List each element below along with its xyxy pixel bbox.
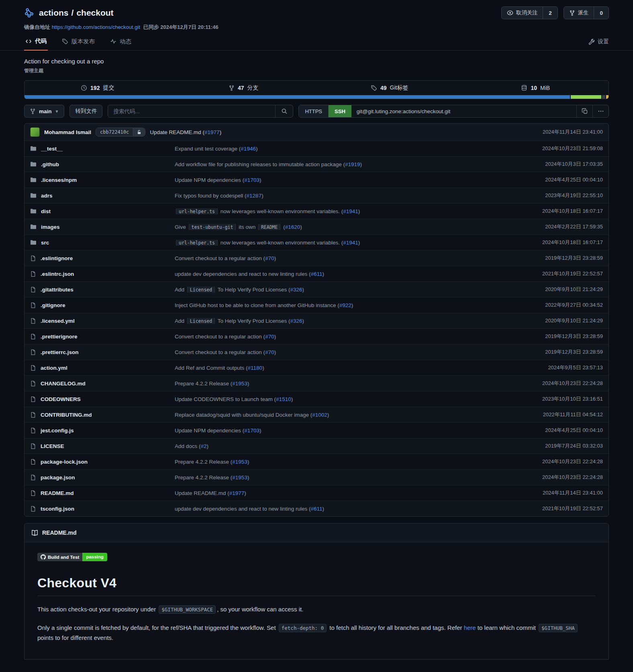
pr-link[interactable]: #70 <box>265 334 274 340</box>
stat-branches[interactable]: 47 分支 <box>171 84 317 92</box>
tab-code[interactable]: 代码 <box>24 37 48 51</box>
build-status-badge[interactable]: Build and Test passing <box>37 553 107 561</box>
pr-link[interactable]: #1703 <box>244 428 259 434</box>
clone-https-button[interactable]: HTTPS <box>299 105 329 117</box>
pr-link[interactable]: #326 <box>290 287 302 293</box>
clone-ssh-button[interactable]: SSH <box>329 105 351 117</box>
file-link[interactable]: .licenses/npm <box>41 177 77 183</box>
file-link[interactable]: CODEOWNERS <box>41 396 81 402</box>
stat-tags[interactable]: 49 Git标签 <box>316 84 463 92</box>
pr-link[interactable]: #1953 <box>232 474 247 481</box>
file-link[interactable]: src <box>41 240 49 246</box>
repo-owner-link[interactable]: actions <box>39 8 69 17</box>
pr-link[interactable]: #1287 <box>247 193 262 199</box>
watchers-count[interactable]: 2 <box>543 7 557 19</box>
pr-link[interactable]: #1002 <box>312 412 327 418</box>
pr-link[interactable]: #1953 <box>232 459 247 465</box>
readme-link[interactable]: here <box>464 624 476 631</box>
file-icon <box>30 474 36 481</box>
search-input[interactable] <box>108 105 275 117</box>
goto-file-button[interactable]: 转到文件 <box>69 105 102 118</box>
file-link[interactable]: .github <box>41 161 59 167</box>
commit-sha-link[interactable]: cbb722410c <box>96 128 133 136</box>
pr-link[interactable]: #70 <box>265 349 274 355</box>
pr-link[interactable]: #326 <box>290 318 302 324</box>
text: ) <box>323 271 325 277</box>
clone-more-button[interactable] <box>592 105 608 117</box>
file-link[interactable]: LICENSE <box>41 443 64 449</box>
language-bar-segment <box>606 95 608 99</box>
pr-link[interactable]: #611 <box>310 271 322 277</box>
file-link[interactable]: .prettierignore <box>41 334 78 340</box>
branch-icon <box>229 85 235 91</box>
pr-link[interactable]: #1953 <box>232 381 247 387</box>
forks-count[interactable]: 0 <box>594 7 608 19</box>
file-link[interactable]: tsconfig.json <box>41 506 74 512</box>
pr-link[interactable]: #1977 <box>229 490 245 496</box>
file-link[interactable]: adrs <box>41 193 53 199</box>
file-link[interactable]: .licensed.yml <box>41 318 75 324</box>
fork-button[interactable]: 派生 <box>564 7 594 19</box>
inline-code: test-ubuntu-git <box>189 224 236 230</box>
unwatch-button[interactable]: 取消关注 <box>502 7 543 19</box>
file-icon <box>30 365 36 371</box>
pr-link[interactable]: #1620 <box>285 224 300 230</box>
file-link[interactable]: CONTRIBUTING.md <box>41 412 92 418</box>
file-link[interactable]: .gitattributes <box>41 287 74 293</box>
inline-code: url-helper.ts <box>176 240 218 246</box>
tab-releases[interactable]: 版本发布 <box>61 37 96 50</box>
file-link[interactable]: jest.config.js <box>41 428 74 434</box>
file-link[interactable]: README.md <box>41 490 74 496</box>
header-actions: 取消关注 2 派生 0 <box>501 6 609 19</box>
pr-link[interactable]: #1977 <box>204 129 220 135</box>
avatar[interactable] <box>30 127 40 137</box>
copy-icon <box>582 108 588 114</box>
text: ) <box>274 255 276 261</box>
pr-link[interactable]: #1703 <box>244 177 259 183</box>
pr-link[interactable]: #70 <box>265 255 274 261</box>
file-link[interactable]: images <box>41 224 60 230</box>
pr-link[interactable]: #611 <box>310 506 322 512</box>
tab-settings[interactable]: 设置 <box>588 38 609 50</box>
text: ) <box>327 412 329 418</box>
commit-date: 2023年10月10日 23:16:51 <box>502 395 603 403</box>
manage-topics-link[interactable]: 管理主题 <box>24 67 43 74</box>
tab-activity[interactable]: 动态 <box>109 37 133 50</box>
commit-message: Inject GitHub host to be able to clone f… <box>175 302 502 308</box>
badge-status-text: passing <box>82 553 107 561</box>
search-button[interactable] <box>275 105 293 117</box>
file-link[interactable]: .eslintignore <box>41 255 73 261</box>
copy-url-button[interactable] <box>576 105 592 117</box>
file-link[interactable]: CHANGELOG.md <box>41 381 86 387</box>
branch-selector[interactable]: main ▼ <box>24 105 64 118</box>
commit-message: Convert checkout to a regular action (#7… <box>175 349 502 355</box>
stat-commits[interactable]: 192 提交 <box>25 84 171 92</box>
file-link[interactable]: package-lock.json <box>41 459 88 465</box>
file-link[interactable]: package.json <box>41 474 75 481</box>
code-icon <box>25 38 32 45</box>
pr-link[interactable]: #1941 <box>343 208 358 214</box>
readme-header[interactable]: README.md <box>25 523 608 542</box>
file-link[interactable]: .eslintrc.json <box>41 271 74 277</box>
text: to learn which commit <box>476 624 537 631</box>
pr-link[interactable]: #1941 <box>343 240 358 246</box>
pr-link[interactable]: #1510 <box>276 396 291 402</box>
pr-link[interactable]: #1919 <box>345 161 360 167</box>
file-link[interactable]: .gitignore <box>41 302 65 308</box>
file-link[interactable]: dist <box>41 208 51 214</box>
language-bar[interactable] <box>25 95 608 99</box>
commit-message: Prepare 4.2.2 Release (#1953) <box>175 459 502 465</box>
text: update dev dependencies and react to new… <box>175 271 310 277</box>
file-link[interactable]: __test__ <box>41 146 63 152</box>
pr-link[interactable]: #1946 <box>241 146 256 152</box>
repo-name-link[interactable]: checkout <box>76 8 113 17</box>
pr-link[interactable]: #2 <box>201 443 207 449</box>
commit-author-link[interactable]: Mohammad Ismail <box>44 129 91 135</box>
file-link[interactable]: .prettierrc.json <box>41 349 79 355</box>
clone-url-field[interactable]: git@git.luting.zone:actions/checkout.git <box>351 105 576 117</box>
pr-link[interactable]: #922 <box>339 302 351 308</box>
stat-size[interactable]: 10 MiB <box>463 85 609 91</box>
pr-link[interactable]: #1180 <box>248 365 263 371</box>
mirror-url-link[interactable]: https://github.com/actions/checkout.git <box>52 24 140 30</box>
file-link[interactable]: action.yml <box>41 365 67 371</box>
